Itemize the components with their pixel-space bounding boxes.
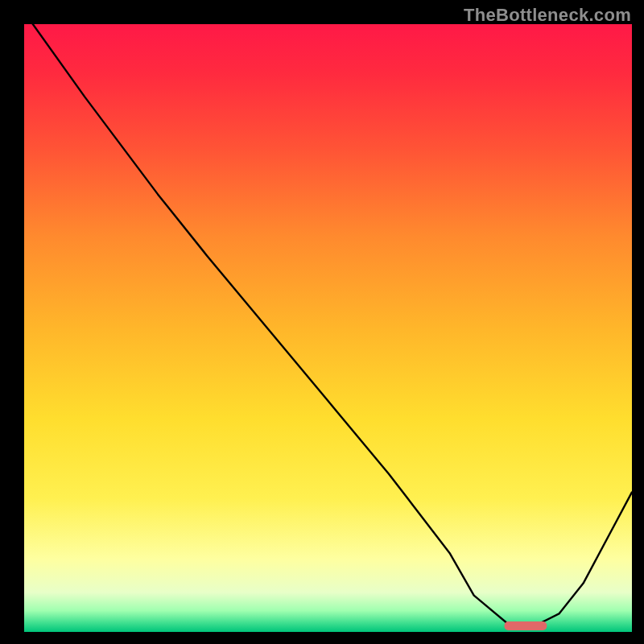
optimal-marker [505,621,547,630]
chart-frame: TheBottleneck.com [0,0,644,644]
watermark-text: TheBottleneck.com [464,5,631,26]
bottleneck-curve [24,24,632,625]
curve-layer [24,24,632,632]
plot-area [24,24,632,632]
